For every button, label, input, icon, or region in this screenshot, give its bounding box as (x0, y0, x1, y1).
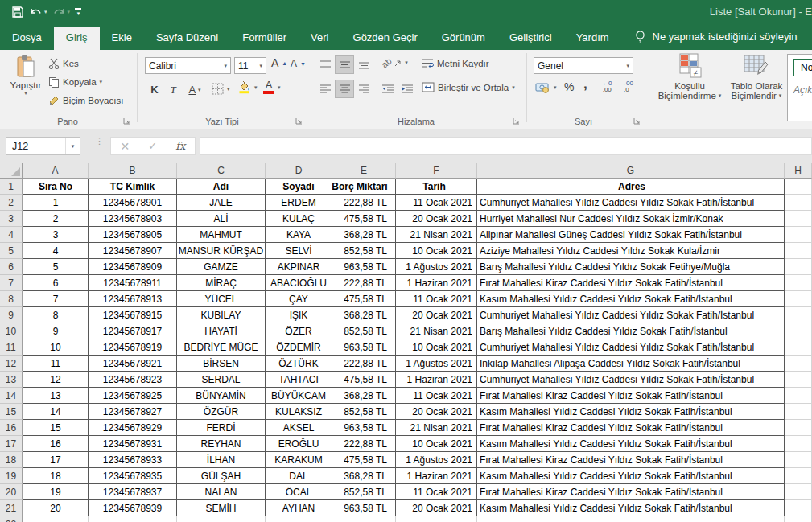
cell-C4[interactable]: MAHMUT (177, 227, 266, 243)
align-left-button[interactable] (315, 80, 335, 98)
font-name-combo[interactable]: Calibri ▾ (145, 57, 231, 74)
cell-H19[interactable] (785, 468, 812, 484)
cell-E16[interactable]: 963,58 TL (332, 420, 396, 436)
select-all-corner[interactable] (0, 163, 23, 179)
cell-G1[interactable]: Adres (477, 179, 785, 195)
cell-A9[interactable]: 8 (23, 307, 89, 323)
tab-görünüm[interactable]: Görünüm (430, 27, 497, 50)
tab-geliştirici[interactable]: Geliştirici (497, 27, 564, 50)
cell-E12[interactable]: 222,88 TL (332, 356, 396, 372)
cell-E7[interactable]: 222,88 TL (332, 275, 396, 291)
undo-button[interactable]: ▾ (29, 6, 47, 18)
formula-bar-grip[interactable]: ⋮ (95, 139, 104, 143)
cell-D15[interactable]: KULAKSIZ (266, 404, 332, 420)
cell-B4[interactable]: 12345678905 (89, 227, 177, 243)
percent-style-button[interactable]: % (564, 80, 574, 93)
cell-F20[interactable]: 11 Ocak 2021 (396, 484, 477, 500)
customize-quick-access-icon[interactable]: ▾ (75, 8, 81, 17)
column-header-E[interactable]: E (332, 163, 396, 179)
cell-B16[interactable]: 12345678929 (89, 420, 177, 436)
cell-A22[interactable] (23, 516, 89, 522)
formula-input[interactable] (200, 137, 812, 155)
cell-F21[interactable]: 20 Ocak 2021 (396, 500, 477, 516)
format-painter-button[interactable]: Biçim Boyacısı (48, 95, 123, 106)
cell-A20[interactable]: 19 (23, 484, 89, 500)
row-header-18[interactable]: 18 (0, 452, 23, 468)
cell-B5[interactable]: 12345678907 (89, 243, 177, 259)
cell-G10[interactable]: Barış Mahallesi Yıldız Caddesi Yıldız So… (477, 323, 785, 339)
cell-style-normal[interactable]: Norm (793, 59, 812, 76)
cell-D18[interactable]: KARAKUM (266, 452, 332, 468)
column-header-G[interactable]: G (477, 163, 785, 179)
cell-A21[interactable]: 20 (23, 500, 89, 516)
cell-C7[interactable]: MİRAÇ (177, 275, 266, 291)
cell-A17[interactable]: 16 (23, 436, 89, 452)
cell-B7[interactable]: 12345678911 (89, 275, 177, 291)
cell-H8[interactable] (785, 291, 812, 307)
cell-E13[interactable]: 475,58 TL (332, 372, 396, 388)
cell-A12[interactable]: 11 (23, 356, 89, 372)
row-header-5[interactable]: 5 (0, 243, 23, 259)
cell-C1[interactable]: Adı (177, 179, 266, 195)
comma-style-button[interactable]: , (583, 76, 587, 92)
tab-dosya[interactable]: Dosya (0, 27, 54, 50)
cell-D12[interactable]: ÖZTÜRK (266, 356, 332, 372)
cell-G18[interactable]: Fırat Mahallesi Kiraz Caddesi Yıldız Sok… (477, 452, 785, 468)
cell-H12[interactable] (785, 356, 812, 372)
cell-B21[interactable]: 12345678939 (89, 500, 177, 516)
cell-C19[interactable]: GÜLŞAH (177, 468, 266, 484)
cell-E6[interactable]: 963,58 TL (332, 259, 396, 275)
clipboard-dialog-launcher-icon[interactable] (122, 117, 131, 125)
cell-A6[interactable]: 5 (23, 259, 89, 275)
cell-G11[interactable]: Cumhuriyet Mahallesi Yıldız Caddesi Yıld… (477, 339, 785, 356)
cell-F15[interactable]: 20 Ocak 2021 (396, 404, 477, 420)
cell-C18[interactable]: İLHAN (177, 452, 266, 468)
cell-F17[interactable]: 10 Ocak 2021 (396, 436, 477, 452)
cut-button[interactable]: Kes (48, 58, 79, 69)
cell-E22[interactable] (332, 516, 396, 522)
cell-C13[interactable]: SERDAL (177, 372, 266, 388)
decrease-decimal-button[interactable]: →00,0 (620, 80, 633, 93)
row-header-1[interactable]: 1 (0, 179, 23, 195)
font-size-combo[interactable]: 11 ▾ (234, 57, 266, 74)
decrease-indent-button[interactable] (378, 80, 398, 98)
name-box[interactable]: J12 ▾ (6, 137, 80, 155)
cell-G2[interactable]: Cumhuriyet Mahallesi Yıldız Caddesi Yıld… (477, 195, 785, 211)
cell-F9[interactable]: 20 Ocak 2021 (396, 307, 477, 323)
increase-indent-button[interactable] (398, 80, 417, 98)
tab-veri[interactable]: Veri (299, 27, 340, 50)
column-header-F[interactable]: F (396, 163, 477, 179)
cell-F14[interactable]: 11 Ocak 2021 (396, 388, 477, 404)
cell-G17[interactable]: Kasım Mahallesi Yıldız Caddesi Yıldız So… (477, 436, 785, 452)
cell-F3[interactable]: 20 Ocak 2021 (396, 211, 477, 227)
cell-H11[interactable] (785, 339, 812, 356)
name-box-caret-icon[interactable]: ▾ (65, 138, 80, 154)
cell-E10[interactable]: 852,58 TL (332, 323, 396, 339)
row-header-4[interactable]: 4 (0, 227, 23, 243)
cell-A1[interactable]: Sıra No (23, 179, 89, 195)
cell-H20[interactable] (785, 484, 812, 500)
cell-A18[interactable]: 17 (23, 452, 89, 468)
tab-giriş[interactable]: Giriş (54, 27, 100, 50)
cell-B3[interactable]: 12345678903 (89, 211, 177, 227)
cell-F10[interactable]: 21 Nisan 2021 (396, 323, 477, 339)
wrap-text-button[interactable]: Metni Kaydır (422, 58, 489, 68)
column-header-B[interactable]: B (89, 163, 177, 179)
cell-G19[interactable]: Kasım Mahallesi Yıldız Caddesi Yıldız So… (477, 468, 785, 484)
number-format-combo[interactable]: Genel ▾ (534, 57, 633, 74)
row-header-7[interactable]: 7 (0, 275, 23, 291)
align-bottom-button[interactable] (354, 55, 373, 74)
cell-D16[interactable]: AKSEL (266, 420, 332, 436)
accounting-format-button[interactable]: ▾ (535, 81, 557, 93)
cell-G9[interactable]: Cumhuriyet Mahallesi Yıldız Caddesi Yıld… (477, 307, 785, 323)
row-header-14[interactable]: 14 (0, 388, 23, 404)
cell-C2[interactable]: JALE (177, 195, 266, 211)
decrease-font-size-button[interactable]: A▼ (291, 58, 306, 69)
cell-H6[interactable] (785, 259, 812, 275)
cell-B11[interactable]: 12345678919 (89, 339, 177, 356)
cell-C21[interactable]: SEMİH (177, 500, 266, 516)
cell-H9[interactable] (785, 307, 812, 323)
cell-C9[interactable]: KUBİLAY (177, 307, 266, 323)
cell-H16[interactable] (785, 420, 812, 436)
cell-D19[interactable]: DAL (266, 468, 332, 484)
